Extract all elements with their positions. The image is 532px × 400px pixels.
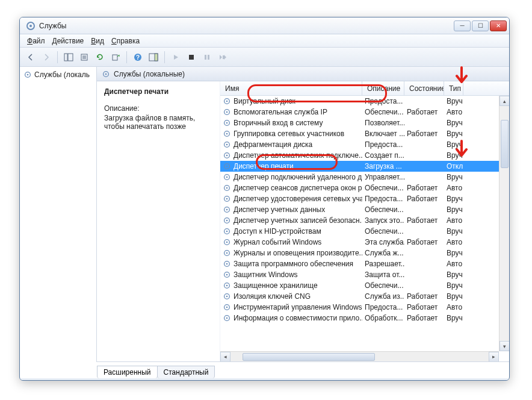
service-row[interactable]: Защищенное хранилищеОбеспечи...Вруч — [220, 280, 509, 291]
cell-desc: Обработк... — [362, 314, 404, 322]
tab-standard[interactable]: Стандартный — [157, 366, 215, 378]
show-hide-action-button[interactable] — [146, 50, 161, 64]
service-icon — [223, 238, 231, 246]
forward-button[interactable] — [39, 50, 54, 64]
svg-rect-15 — [208, 55, 209, 60]
help-button[interactable]: ? — [131, 50, 145, 64]
vscroll-thumb[interactable] — [501, 120, 509, 168]
toolbar-sep — [126, 51, 127, 63]
service-row[interactable]: Дефрагментация дискаПредоста...Вруч — [220, 139, 509, 150]
column-header-name[interactable]: Имя — [220, 81, 362, 95]
cell-type: Вруч — [444, 151, 463, 160]
svg-point-32 — [226, 155, 228, 157]
scroll-up-button[interactable]: ▴ — [500, 96, 509, 106]
cell-desc: Включает ... — [362, 130, 404, 138]
cell-desc: Обеспечи... — [362, 184, 404, 192]
service-row[interactable]: Диспетчер удостоверения сетевых уча...Пр… — [220, 193, 509, 204]
hscroll-thumb[interactable] — [243, 353, 375, 361]
service-row[interactable]: Диспетчер печатиЗагрузка ...Откл — [220, 161, 509, 172]
service-row[interactable]: Диспетчер подключений удаленного д...Упр… — [220, 172, 509, 183]
service-row[interactable]: Вторичный вход в системуПозволяет...Вруч — [220, 117, 509, 128]
pause-service-button[interactable] — [200, 50, 214, 64]
service-row[interactable]: Диспетчер учетных записей безопасн...Зап… — [220, 215, 509, 226]
cell-type: Вруч — [444, 140, 463, 149]
cell-type: Вруч — [444, 119, 463, 127]
service-row[interactable]: Группировка сетевых участниковВключает .… — [220, 128, 509, 139]
titlebar[interactable]: Службы ─ ☐ ✕ — [20, 17, 509, 34]
service-row[interactable]: Информация о совместимости прило...Обраб… — [220, 313, 509, 323]
export-button[interactable] — [108, 50, 123, 64]
cell-type: Авто — [444, 216, 463, 225]
scroll-down-button[interactable]: ▾ — [500, 341, 509, 351]
menu-help[interactable]: Справка — [108, 36, 143, 46]
menu-view[interactable]: Вид — [87, 36, 108, 46]
service-icon — [223, 173, 231, 181]
list-rows[interactable]: Виртуальный дискПредоста...ВручВспомогат… — [220, 96, 509, 361]
stop-service-button[interactable] — [184, 50, 199, 64]
cell-name: Диспетчер сеансов диспетчера окон р... — [220, 184, 362, 192]
cell-state: Работает — [404, 303, 444, 311]
cell-name: Инструментарий управления Windows — [220, 303, 362, 311]
service-row[interactable]: Диспетчер сеансов диспетчера окон р...Об… — [220, 183, 509, 193]
cell-desc: Обеспечи... — [362, 227, 404, 236]
svg-point-48 — [226, 242, 228, 243]
close-button[interactable]: ✕ — [490, 20, 507, 31]
menu-action[interactable]: Действие — [49, 36, 88, 46]
service-row[interactable]: Журналы и оповещения производите...Служб… — [220, 248, 509, 258]
cell-type: Откл — [444, 162, 463, 170]
service-row[interactable]: Вспомогательная служба IPОбеспечи...Рабо… — [220, 107, 509, 117]
pane-header: Службы (локальные) — [97, 67, 509, 81]
service-row[interactable]: Защита программного обеспеченияРазрешает… — [220, 258, 509, 269]
cell-type: Вруч — [444, 205, 463, 214]
maximize-button[interactable]: ☐ — [472, 20, 489, 31]
scroll-right-button[interactable]: ▸ — [489, 352, 499, 362]
menu-file[interactable]: Файл — [23, 36, 49, 46]
window-controls: ─ ☐ ✕ — [454, 20, 507, 31]
svg-point-40 — [226, 198, 228, 200]
hscroll-track[interactable] — [230, 352, 489, 362]
horizontal-scrollbar[interactable]: ◂ ▸ — [220, 351, 499, 361]
service-row[interactable]: Диспетчер автоматических подключе...Созд… — [220, 150, 509, 161]
cell-desc: Обеспечи... — [362, 281, 404, 290]
restart-service-button[interactable] — [215, 50, 230, 64]
service-icon — [223, 195, 231, 203]
scroll-left-button[interactable]: ◂ — [220, 352, 230, 362]
cell-type: Вруч — [444, 173, 463, 181]
minimize-button[interactable]: ─ — [454, 20, 471, 31]
service-row[interactable]: Виртуальный дискПредоста...Вруч — [220, 96, 509, 107]
cell-desc: Управляет... — [362, 173, 404, 181]
service-row[interactable]: Защитник WindowsЗащита от...Вруч — [220, 269, 509, 280]
back-button[interactable] — [23, 50, 38, 64]
service-row[interactable]: Инструментарий управления WindowsПредост… — [220, 302, 509, 313]
cell-state: Работает — [404, 130, 444, 138]
properties-button[interactable] — [77, 50, 91, 64]
tab-extended[interactable]: Расширенный — [97, 366, 158, 378]
show-hide-tree-button[interactable] — [61, 50, 76, 64]
cell-desc: Служба из... — [362, 292, 404, 301]
service-row[interactable]: Доступ к HID-устройствамОбеспечи...Вруч — [220, 226, 509, 237]
service-row[interactable]: Изоляция ключей CNGСлужба из...РаботаетВ… — [220, 291, 509, 302]
service-icon — [223, 140, 231, 149]
cell-type: Вруч — [444, 270, 463, 279]
svg-rect-8 — [113, 55, 117, 60]
cell-name: Диспетчер подключений удаленного д... — [220, 173, 362, 181]
vertical-scrollbar[interactable]: ▴ ▾ — [499, 96, 509, 351]
service-icon — [223, 281, 231, 290]
column-header-desc[interactable]: Описание — [362, 81, 404, 95]
pane-body: Диспетчер печати Описание: Загрузка файл… — [97, 81, 509, 362]
cell-name: Защита программного обеспечения — [220, 260, 362, 268]
start-service-button[interactable] — [169, 50, 183, 64]
column-header-type[interactable]: Тип — [444, 81, 463, 95]
cell-type: Вруч — [444, 97, 463, 105]
svg-rect-13 — [189, 55, 194, 60]
console-tree[interactable]: Службы (локаль — [20, 67, 97, 362]
column-header-state[interactable]: Состояние — [404, 81, 444, 95]
tree-root-services[interactable]: Службы (локаль — [22, 69, 94, 80]
svg-point-50 — [226, 252, 228, 254]
service-row[interactable]: Диспетчер учетных данныхОбеспечи...Вруч — [220, 204, 509, 215]
cell-state: Работает — [404, 195, 444, 203]
cell-desc: Позволяет... — [362, 119, 404, 127]
cell-state: Работает — [404, 292, 444, 301]
refresh-button[interactable] — [93, 50, 107, 64]
service-row[interactable]: Журнал событий WindowsЭта служба...Работ… — [220, 237, 509, 248]
